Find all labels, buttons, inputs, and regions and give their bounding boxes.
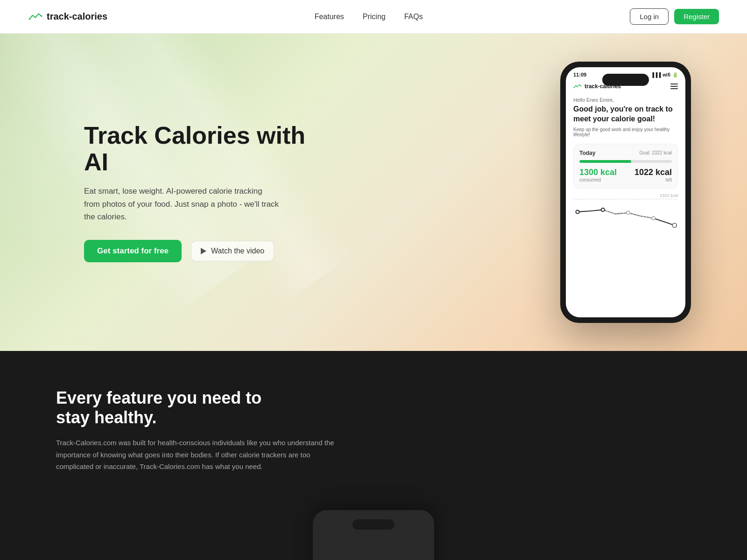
nav-faqs[interactable]: FAQs bbox=[404, 13, 423, 21]
login-button[interactable]: Log in bbox=[630, 8, 669, 25]
get-started-button[interactable]: Get started for free bbox=[84, 240, 182, 262]
svg-point-2 bbox=[574, 87, 575, 88]
phone-time: 11:09 bbox=[573, 72, 586, 77]
phone-left-label: left bbox=[634, 177, 672, 182]
svg-point-9 bbox=[672, 223, 677, 227]
phone-greeting: Hello Enes Emini, bbox=[573, 97, 678, 103]
phone-left: 1022 kcal left bbox=[634, 168, 672, 182]
phone-progress-bar bbox=[579, 160, 672, 163]
signal-icon: ▐▐▐ bbox=[651, 72, 661, 77]
hero-title: Track Calories with AI bbox=[84, 122, 308, 175]
nav-features[interactable]: Features bbox=[315, 13, 344, 21]
phone-notch bbox=[602, 74, 649, 86]
svg-point-3 bbox=[580, 85, 581, 86]
wifi-icon: wifi bbox=[662, 72, 670, 77]
phone-consumed-value: 1300 kcal bbox=[579, 168, 617, 177]
phone-submessage: Keep up the good work and enjoy your hea… bbox=[573, 127, 678, 137]
phone-goal-label: Goal: 2322 kcal bbox=[640, 150, 672, 155]
status-icons: ▐▐▐ wifi 🔋 bbox=[651, 72, 678, 77]
phone-progress-fill bbox=[579, 160, 631, 163]
phone-consumed-label: consumed bbox=[579, 177, 617, 182]
hamburger-menu-icon[interactable] bbox=[670, 84, 678, 89]
nav-pricing[interactable]: Pricing bbox=[363, 13, 386, 21]
bottom-phone-notch bbox=[352, 519, 395, 530]
bottom-phone-peek bbox=[56, 501, 691, 560]
nav-links: Features Pricing FAQs bbox=[315, 13, 423, 21]
register-button[interactable]: Register bbox=[674, 9, 719, 24]
phone-consumed: 1300 kcal consumed bbox=[579, 168, 617, 182]
phone-mockup-container: 11:09 ▐▐▐ wifi 🔋 tr bbox=[560, 62, 691, 323]
phone-calories-row: 1300 kcal consumed 1022 kcal left bbox=[579, 168, 672, 182]
phone-screen: 11:09 ▐▐▐ wifi 🔋 tr bbox=[566, 67, 685, 317]
features-title: Every feature you need to stay healthy. bbox=[56, 388, 289, 427]
phone-card-header: Today Goal: 2322 kcal bbox=[579, 150, 672, 156]
hero-section: Track Calories with AI Eat smart, lose w… bbox=[0, 34, 747, 351]
hero-content: Track Calories with AI Eat smart, lose w… bbox=[84, 122, 308, 262]
navbar: track-calories Features Pricing FAQs Log… bbox=[0, 0, 747, 34]
battery-icon: 🔋 bbox=[672, 72, 678, 77]
logo-icon bbox=[28, 11, 43, 22]
phone-logo-icon bbox=[573, 83, 582, 90]
svg-point-7 bbox=[627, 211, 630, 214]
logo-link[interactable]: track-calories bbox=[28, 11, 107, 22]
svg-point-1 bbox=[41, 15, 42, 16]
phone-left-value: 1022 kcal bbox=[634, 168, 672, 177]
logo-text: track-calories bbox=[47, 11, 107, 22]
bottom-phone-mockup bbox=[313, 510, 434, 560]
hero-subtitle: Eat smart, lose weight. AI-powered calor… bbox=[84, 185, 280, 223]
phone-message: Good job, you're on track to meet your c… bbox=[573, 105, 678, 124]
phone-mockup: 11:09 ▐▐▐ wifi 🔋 tr bbox=[560, 62, 691, 323]
play-icon bbox=[201, 248, 206, 254]
phone-chart: 2322 kcal bbox=[573, 193, 678, 235]
hero-actions: Get started for free Watch the video bbox=[84, 240, 308, 262]
svg-point-0 bbox=[29, 18, 30, 20]
svg-point-6 bbox=[601, 208, 605, 211]
phone-content: Hello Enes Emini, Good job, you're on tr… bbox=[566, 93, 685, 235]
svg-point-8 bbox=[652, 217, 655, 220]
watch-video-label: Watch the video bbox=[211, 247, 264, 255]
phone-chart-goal-label: 2322 kcal bbox=[660, 193, 678, 198]
features-section: Every feature you need to stay healthy. … bbox=[0, 351, 747, 560]
watch-video-button[interactable]: Watch the video bbox=[191, 241, 274, 261]
phone-chart-svg bbox=[573, 193, 678, 231]
svg-point-5 bbox=[576, 210, 579, 213]
nav-actions: Log in Register bbox=[630, 8, 719, 25]
features-description: Track-Calories.com was built for health-… bbox=[56, 437, 336, 473]
phone-calorie-card: Today Goal: 2322 kcal 1300 kcal consumed bbox=[573, 144, 678, 189]
phone-today-label: Today bbox=[579, 150, 595, 156]
